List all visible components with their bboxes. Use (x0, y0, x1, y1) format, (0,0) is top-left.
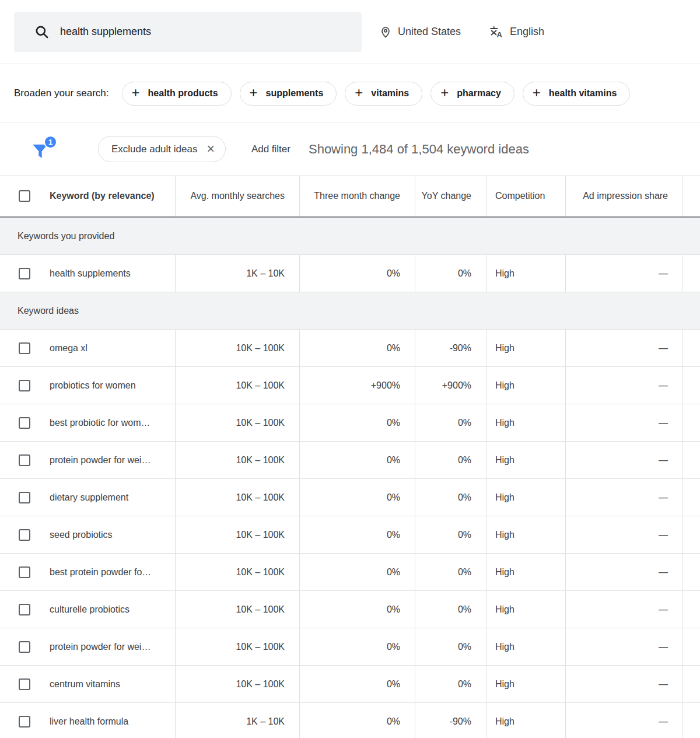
column-header-ad-impression-share[interactable]: Ad impression share (566, 176, 683, 216)
broaden-chips: +health products+supplements+vitamins+ph… (122, 82, 639, 106)
keyword-label: dietary supplement (50, 492, 128, 503)
ad-impression-share-cell: — (566, 554, 683, 590)
svg-text:A: A (497, 30, 503, 39)
filter-bar: 1 Exclude adult ideas × Add filter Showi… (0, 123, 700, 175)
select-all-checkbox[interactable] (19, 190, 30, 202)
add-filter-button[interactable]: Add filter (251, 144, 290, 155)
yoy-change-cell: 0% (415, 516, 487, 553)
ad-impression-share-cell: — (566, 666, 683, 702)
avg-monthly-searches-cell: 10K – 100K (176, 666, 300, 702)
avg-monthly-searches-cell: 1K – 10K (176, 255, 300, 292)
section-header: Keywords you provided (0, 218, 700, 255)
keyword-label: health supplements (50, 268, 131, 279)
yoy-change-cell: 0% (415, 442, 487, 478)
keyword-cell: liver health formula (0, 703, 176, 738)
row-checkbox[interactable] (19, 454, 30, 466)
broaden-chip[interactable]: +pharmacy (430, 82, 514, 106)
table-row: protein powder for wei…10K – 100K0%0%Hig… (0, 628, 700, 666)
location-selector[interactable]: United States (379, 25, 461, 39)
broaden-chip[interactable]: +vitamins (345, 82, 422, 106)
filter-funnel-button[interactable]: 1 (30, 137, 54, 162)
competition-cell: High (487, 255, 566, 292)
yoy-change-cell: 0% (415, 554, 487, 590)
broaden-chip-label: pharmacy (457, 88, 501, 99)
keyword-label: omega xl (50, 343, 88, 354)
broaden-chip[interactable]: +health vitamins (523, 82, 631, 106)
competition-cell: High (487, 591, 566, 628)
row-checkbox[interactable] (19, 342, 30, 354)
keyword-label: centrum vitamins (50, 679, 120, 690)
ad-impression-share-cell: — (566, 628, 683, 665)
row-spacer-cell (683, 666, 700, 702)
row-checkbox[interactable] (19, 566, 30, 578)
keyword-cell: dietary supplement (0, 479, 176, 516)
plus-icon: + (250, 86, 258, 100)
yoy-change-cell: 0% (415, 591, 487, 628)
three-month-change-cell: 0% (300, 554, 415, 590)
avg-monthly-searches-cell: 10K – 100K (176, 442, 300, 478)
ad-impression-share-cell: — (566, 516, 683, 553)
keyword-cell: best probiotic for wom… (0, 404, 176, 441)
ad-impression-share-cell: — (566, 330, 683, 366)
column-header-keyword[interactable]: Keyword (by relevance) (50, 191, 155, 201)
header-keyword-cell: Keyword (by relevance) (0, 176, 176, 216)
broaden-search-bar: Broaden your search: +health products+su… (0, 64, 700, 123)
column-header-avg-monthly-searches[interactable]: Avg. monthly searches (176, 176, 300, 216)
keyword-cell: best protein powder fo… (0, 554, 176, 590)
row-checkbox[interactable] (19, 678, 30, 690)
column-header-competition[interactable]: Competition (487, 176, 566, 216)
yoy-change-cell: 0% (415, 404, 487, 441)
competition-cell: High (487, 404, 566, 441)
keyword-cell: health supplements (0, 255, 176, 292)
three-month-change-cell: 0% (300, 666, 415, 702)
keyword-label: seed probiotics (50, 530, 113, 540)
competition-cell: High (487, 442, 566, 478)
ad-impression-share-cell: — (566, 479, 683, 516)
row-checkbox[interactable] (19, 604, 30, 615)
avg-monthly-searches-cell: 10K – 100K (176, 367, 300, 404)
broaden-chip-label: health vitamins (549, 88, 617, 99)
close-icon[interactable]: × (206, 142, 214, 156)
search-input[interactable]: health supplements (14, 12, 362, 52)
section-header: Keyword ideas (0, 292, 700, 330)
keyword-cell: seed probiotics (0, 516, 176, 553)
avg-monthly-searches-cell: 10K – 100K (176, 628, 300, 665)
broaden-chip[interactable]: +health products (122, 82, 232, 106)
avg-monthly-searches-cell: 10K – 100K (176, 479, 300, 516)
yoy-change-cell: 0% (415, 628, 487, 665)
keyword-label: best protein powder fo… (50, 567, 151, 578)
row-checkbox[interactable] (19, 268, 30, 279)
keyword-cell: protein powder for wei… (0, 442, 176, 478)
table-row: health supplements1K – 10K0%0%High— (0, 255, 700, 292)
exclude-adult-ideas-chip[interactable]: Exclude adult ideas × (98, 136, 226, 162)
translate-icon: A (489, 25, 504, 40)
keyword-label: protein powder for wei… (50, 455, 150, 466)
row-checkbox[interactable] (19, 380, 30, 391)
column-header-three-month-change[interactable]: Three month change (300, 176, 415, 216)
language-label: English (510, 26, 544, 38)
plus-icon: + (533, 86, 541, 100)
plus-icon: + (132, 86, 140, 100)
keyword-label: protein powder for wei… (50, 642, 150, 652)
broaden-chip[interactable]: +supplements (240, 82, 337, 106)
row-checkbox[interactable] (19, 641, 30, 653)
keyword-label: probiotics for women (50, 380, 136, 391)
row-spacer-cell (683, 367, 700, 404)
competition-cell: High (487, 703, 566, 738)
table-row: seed probiotics10K – 100K0%0%High— (0, 516, 700, 554)
language-selector[interactable]: A English (489, 25, 544, 40)
location-pin-icon (379, 25, 392, 39)
avg-monthly-searches-cell: 10K – 100K (176, 591, 300, 628)
row-checkbox[interactable] (19, 529, 30, 541)
filter-count-badge: 1 (44, 135, 57, 149)
row-spacer-cell (683, 591, 700, 628)
row-checkbox[interactable] (19, 492, 30, 503)
row-checkbox[interactable] (19, 716, 30, 727)
yoy-change-cell: 0% (415, 255, 487, 292)
three-month-change-cell: +900% (300, 367, 415, 404)
three-month-change-cell: 0% (300, 628, 415, 665)
column-header-yoy-change[interactable]: YoY change (415, 176, 487, 216)
table-row: omega xl10K – 100K0%-90%High— (0, 330, 700, 367)
row-checkbox[interactable] (19, 417, 30, 429)
table-row: dietary supplement10K – 100K0%0%High— (0, 479, 700, 516)
